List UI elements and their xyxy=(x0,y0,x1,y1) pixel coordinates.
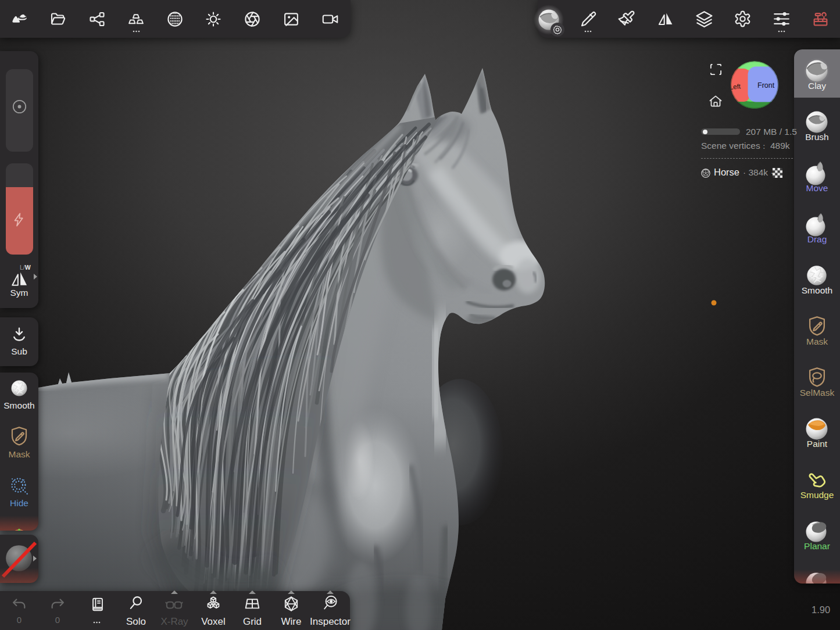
svg-text:Front: Front xyxy=(757,81,775,90)
